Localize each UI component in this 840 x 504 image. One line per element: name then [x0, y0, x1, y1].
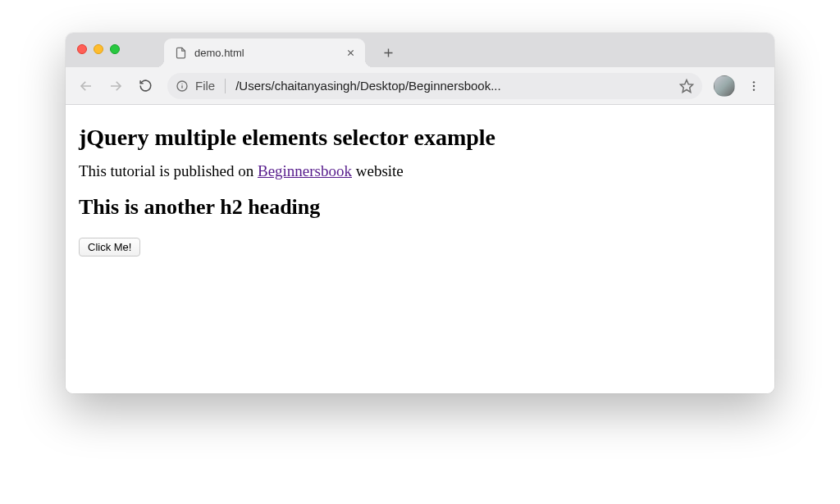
svg-point-11 [753, 84, 755, 86]
svg-point-10 [753, 81, 755, 83]
address-bar[interactable]: File /Users/chaitanyasingh/Desktop/Begin… [167, 73, 702, 99]
svg-point-8 [181, 83, 182, 84]
url-scheme: File [195, 79, 215, 93]
profile-avatar[interactable] [714, 75, 735, 97]
window-close-button[interactable] [77, 44, 87, 54]
bookmark-star-icon[interactable] [679, 79, 694, 93]
reload-button[interactable] [133, 74, 158, 98]
paragraph-text-before: This tutorial is published on [79, 162, 258, 179]
traffic-lights [77, 44, 120, 54]
toolbar: File /Users/chaitanyasingh/Desktop/Begin… [66, 67, 774, 105]
menu-button[interactable] [742, 74, 766, 98]
page-heading-1: jQuery multiple elements selector exampl… [79, 125, 761, 151]
click-me-button[interactable]: Click Me! [79, 238, 140, 257]
browser-window: demo.html [66, 33, 774, 393]
url-path: /Users/chaitanyasingh/Desktop/Beginnersb… [235, 79, 673, 93]
window-minimize-button[interactable] [94, 44, 103, 54]
site-info-icon[interactable] [176, 79, 189, 93]
tab-title: demo.html [194, 47, 336, 59]
back-button[interactable] [74, 74, 98, 98]
paragraph-text-after: website [352, 162, 404, 179]
new-tab-button[interactable] [377, 41, 399, 64]
titlebar: demo.html [66, 33, 774, 67]
window-zoom-button[interactable] [110, 44, 120, 54]
file-icon [174, 47, 187, 60]
forward-button[interactable] [103, 74, 128, 98]
browser-tab[interactable]: demo.html [164, 39, 365, 67]
svg-marker-9 [681, 79, 693, 92]
page-content: jQuery multiple elements selector exampl… [66, 105, 774, 393]
beginnersbook-link[interactable]: Beginnersbook [258, 162, 352, 179]
url-separator [225, 79, 226, 93]
page-paragraph: This tutorial is published on Beginnersb… [79, 162, 761, 180]
svg-point-12 [753, 89, 755, 90]
tab-close-button[interactable] [344, 47, 357, 60]
page-heading-2: This is another h2 heading [79, 195, 761, 220]
